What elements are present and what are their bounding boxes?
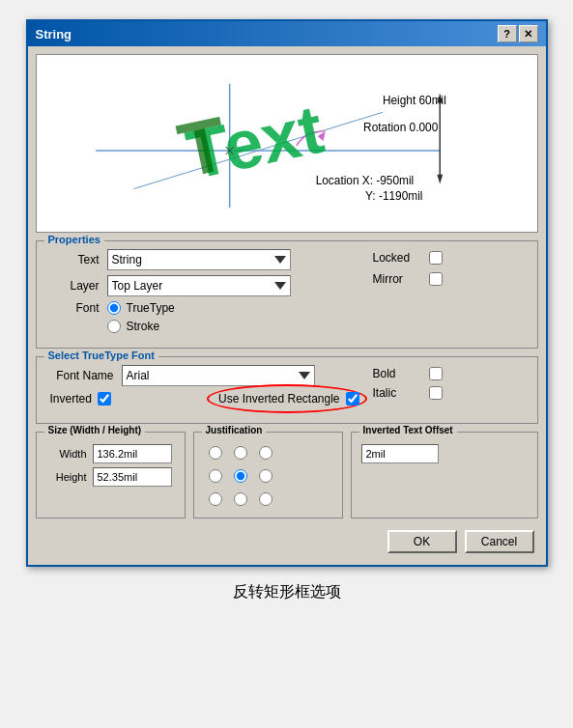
string-dialog: String ? ✕: [26, 19, 548, 567]
font-truetype-row: Font TrueType: [46, 301, 373, 315]
height-row: Height: [46, 467, 175, 487]
font-section-left: Font Name Arial Inverted Use Inverted Re…: [46, 365, 373, 413]
just-mr[interactable]: [259, 469, 272, 483]
stroke-option: Stroke: [107, 320, 160, 333]
justification-group: Justification: [193, 432, 343, 518]
layer-row: Layer Top Layer: [46, 275, 373, 296]
use-inverted-rect-container: Use Inverted Rectangle: [218, 392, 358, 406]
just-tc[interactable]: [234, 446, 247, 460]
height-label: Height: [46, 471, 87, 483]
layer-select[interactable]: Top Layer: [107, 275, 291, 296]
truetype-label: TrueType: [127, 301, 175, 315]
justification-grid: [204, 442, 332, 510]
italic-row: Italic: [373, 386, 528, 400]
fontname-label: Font Name: [46, 369, 114, 382]
inverted-checkbox[interactable]: [98, 392, 111, 406]
close-button[interactable]: ✕: [519, 25, 538, 42]
size-group-label: Size (Width / Height): [44, 425, 146, 435]
caption: 反转矩形框选项: [233, 582, 341, 602]
properties-main: Text String Layer Top Layer Font: [46, 249, 528, 338]
font-group: Select TrueType Font Font Name Arial Inv…: [36, 356, 538, 424]
font-content: Font Name Arial Inverted Use Inverted Re…: [46, 365, 528, 413]
locked-checkbox[interactable]: [429, 251, 443, 265]
width-label: Width: [46, 448, 87, 460]
ok-button[interactable]: OK: [387, 530, 457, 553]
just-tr[interactable]: [259, 446, 272, 460]
size-group: Size (Width / Height) Width Height: [36, 432, 186, 518]
font-section-right: Bold Italic: [373, 365, 528, 413]
properties-left: Text String Layer Top Layer Font: [46, 249, 373, 338]
button-row: OK Cancel: [36, 526, 538, 557]
title-bar: String ? ✕: [28, 21, 546, 46]
fontname-select[interactable]: Arial: [122, 365, 315, 386]
dialog-body: Text T Height 60mil Rotation 0.000 Locat…: [28, 46, 546, 565]
stroke-label: Stroke: [127, 320, 160, 333]
properties-group-label: Properties: [44, 234, 104, 245]
locked-label: Locked: [373, 251, 421, 265]
bold-row: Bold: [373, 367, 528, 380]
stroke-radio[interactable]: [107, 320, 121, 333]
use-inverted-rect-label: Use Inverted Rectangle: [218, 392, 339, 406]
italic-checkbox[interactable]: [429, 386, 443, 400]
locked-row: Locked: [373, 251, 528, 265]
bold-label: Bold: [373, 367, 421, 380]
mirror-checkbox[interactable]: [429, 272, 443, 286]
text-row: Text String: [46, 249, 373, 270]
svg-text:Location  X: -950mil: Location X: -950mil: [315, 174, 414, 187]
truetype-option: TrueType: [107, 301, 175, 315]
just-ml[interactable]: [209, 469, 222, 483]
italic-label: Italic: [373, 386, 421, 400]
dialog-title: String: [36, 27, 72, 42]
properties-right: Locked Mirror: [373, 249, 528, 338]
bold-checkbox[interactable]: [429, 367, 443, 380]
cancel-button[interactable]: Cancel: [465, 530, 534, 553]
size-content: Width Height: [46, 444, 175, 487]
mirror-label: Mirror: [373, 272, 421, 286]
offset-group-label: Inverted Text Offset: [359, 425, 457, 435]
svg-text:Y: -1190mil: Y: -1190mil: [365, 189, 422, 203]
layer-label: Layer: [46, 279, 100, 293]
inverted-row: Inverted Use Inverted Rectangle: [46, 392, 373, 406]
width-input[interactable]: [93, 444, 172, 463]
just-tl[interactable]: [209, 446, 222, 460]
font-stroke-row: Stroke: [46, 320, 373, 333]
mirror-row: Mirror: [373, 272, 528, 286]
just-mc[interactable]: [234, 469, 247, 483]
bottom-section: Size (Width / Height) Width Height Justi…: [36, 432, 538, 518]
svg-text:Rotation  0.000: Rotation 0.000: [363, 121, 439, 134]
inverted-label: Inverted: [50, 392, 92, 406]
fontname-row: Font Name Arial: [46, 365, 373, 386]
font-group-label: Select TrueType Font: [44, 350, 158, 361]
help-button[interactable]: ?: [498, 25, 517, 42]
just-br[interactable]: [259, 492, 272, 506]
font-label: Font: [46, 301, 100, 315]
justification-group-label: Justification: [202, 425, 267, 435]
preview-area: Text T Height 60mil Rotation 0.000 Locat…: [36, 54, 538, 233]
text-label: Text: [46, 253, 100, 266]
offset-group: Inverted Text Offset: [351, 432, 538, 518]
use-inverted-rect-checkbox[interactable]: [346, 392, 359, 406]
properties-group: Properties Text String Layer Top Layer: [36, 240, 538, 349]
text-select[interactable]: String: [107, 249, 291, 270]
title-bar-buttons: ? ✕: [498, 25, 538, 42]
height-input[interactable]: [93, 467, 172, 487]
just-bl[interactable]: [209, 492, 222, 506]
width-row: Width: [46, 444, 175, 463]
svg-text:Height  60mil: Height 60mil: [382, 94, 445, 107]
just-bc[interactable]: [234, 492, 247, 506]
truetype-radio[interactable]: [107, 301, 121, 315]
offset-input[interactable]: [361, 444, 439, 463]
